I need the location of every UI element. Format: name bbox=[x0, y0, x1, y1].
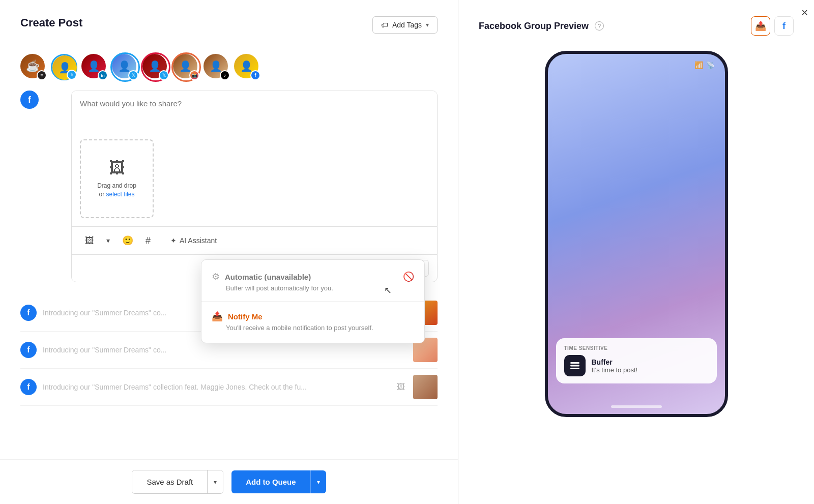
bottom-actions: Save as Draft ▾ Add to Queue ▾ bbox=[0, 459, 458, 504]
add-queue-group: Add to Queue ▾ bbox=[231, 470, 326, 493]
avatar-badge-instagram: 📸 bbox=[189, 70, 199, 80]
image-toolbar-button[interactable]: 🖼 bbox=[80, 232, 99, 249]
left-panel: Create Post 🏷 Add Tags ▾ ☕ ≡ 👤 𝕏 👤 in 👤 … bbox=[0, 0, 458, 504]
phone-home-bar bbox=[611, 405, 662, 408]
facebook-account-icon: f bbox=[20, 91, 39, 109]
preview-facebook-button[interactable]: f bbox=[774, 16, 794, 36]
facebook-preview-icon: f bbox=[782, 21, 786, 32]
save-draft-dropdown-button[interactable]: ▾ bbox=[207, 470, 223, 493]
buffer-app-icon bbox=[564, 355, 586, 376]
notify-me-desc: You'll receive a mobile notification to … bbox=[212, 324, 414, 332]
avatar-badge-twitter3: 𝕏 bbox=[159, 70, 169, 80]
select-files-link[interactable]: select files bbox=[106, 191, 134, 198]
image-upload-icon: 🖼 bbox=[109, 159, 125, 177]
dropdown-item-notify-me[interactable]: 📤 Notify Me You'll receive a mobile noti… bbox=[201, 304, 424, 339]
emoji-toolbar-button[interactable]: 🙂 bbox=[117, 232, 138, 249]
avatar-item[interactable]: 👤 𝕏 bbox=[51, 54, 77, 80]
preview-icons: 📤 f bbox=[751, 16, 794, 36]
add-tags-label: Add Tags bbox=[392, 21, 422, 29]
save-draft-group: Save as Draft ▾ bbox=[132, 470, 223, 494]
notify-dropdown-menu: ⚙ Automatic (unavailable) 🚫 Buffer will … bbox=[201, 259, 425, 343]
avatar-badge-linkedin: in bbox=[98, 70, 108, 80]
hashtag-toolbar-button[interactable]: # bbox=[140, 232, 156, 249]
unavailable-icon: 🚫 bbox=[403, 271, 414, 282]
notification-body: Buffer It's time to post! bbox=[564, 355, 709, 376]
avatar-badge-facebook: f bbox=[250, 70, 260, 80]
preview-notify-button[interactable]: 📤 bbox=[751, 16, 770, 36]
image-icon: 🖼 bbox=[85, 235, 94, 246]
post-fb-icon: f bbox=[20, 379, 37, 395]
avatar-item[interactable]: 👤 𝕏 bbox=[142, 54, 169, 80]
avatar-badge-twitter: 𝕏 bbox=[67, 70, 77, 80]
post-text-input[interactable] bbox=[72, 91, 437, 133]
automatic-icon: ⚙ bbox=[212, 271, 220, 282]
notify-preview-icon: 📤 bbox=[755, 20, 766, 32]
composer-wrapper: f 🖼 Drag and drop or select files 🖼 ▾ bbox=[20, 91, 438, 282]
add-to-queue-button[interactable]: Add to Queue bbox=[231, 470, 310, 493]
right-panel: Facebook Group Preview ? 📤 f 📶 📡 TIME SE… bbox=[458, 0, 814, 504]
help-icon[interactable]: ? bbox=[595, 21, 604, 31]
phone-status-bar: 📶 📡 bbox=[694, 61, 715, 69]
drop-zone-text: Drag and drop or select files bbox=[97, 182, 136, 199]
automatic-desc: Buffer will post automatically for you. bbox=[212, 284, 414, 292]
chevron-down-icon: ▾ bbox=[106, 236, 110, 245]
add-queue-dropdown-button[interactable]: ▾ bbox=[310, 470, 326, 493]
notify-me-title: Notify Me bbox=[228, 312, 263, 321]
post-fb-icon: f bbox=[20, 342, 37, 358]
preview-title: Facebook Group Preview bbox=[479, 21, 589, 32]
emoji-icon: 🙂 bbox=[122, 235, 133, 246]
list-item[interactable]: f Introducing our "Summer Dreams" collec… bbox=[20, 369, 438, 406]
save-draft-button[interactable]: Save as Draft bbox=[132, 470, 207, 493]
time-sensitive-label: TIME SENSITIVE bbox=[564, 345, 709, 351]
ai-wand-icon: ✦ bbox=[170, 236, 177, 245]
signal-icon: 📶 bbox=[694, 61, 703, 69]
phone-mockup: 📶 📡 TIME SENSITIVE Buffer It's time to p… bbox=[545, 51, 728, 417]
avatar-badge-twitter2: 𝕏 bbox=[128, 70, 138, 80]
post-fb-icon: f bbox=[20, 305, 37, 321]
avatar-item[interactable]: 👤 📸 bbox=[173, 54, 199, 80]
post-item-text: Introducing our "Summer Dreams" collecti… bbox=[43, 383, 391, 391]
image-dropdown-button[interactable]: ▾ bbox=[101, 233, 115, 248]
svg-rect-0 bbox=[570, 362, 579, 364]
avatar-item[interactable]: 👤 in bbox=[81, 54, 108, 80]
close-button[interactable]: × bbox=[801, 6, 808, 19]
avatar-item[interactable]: 👤 f bbox=[234, 54, 260, 80]
ai-assistant-label: AI Assistant bbox=[180, 236, 217, 245]
avatar-item[interactable]: 👤 𝕏 bbox=[112, 54, 138, 80]
chevron-down-icon: ▾ bbox=[426, 21, 429, 28]
post-item-text: Introducing our "Summer Dreams" co... bbox=[43, 346, 407, 354]
toolbar-divider bbox=[160, 234, 160, 247]
chevron-down-icon: ▾ bbox=[317, 479, 320, 486]
file-drop-zone[interactable]: 🖼 Drag and drop or select files bbox=[80, 139, 154, 218]
dropdown-item-automatic[interactable]: ⚙ Automatic (unavailable) 🚫 Buffer will … bbox=[201, 264, 424, 299]
notify-me-icon: 📤 bbox=[212, 311, 223, 322]
notification-card: TIME SENSITIVE Buffer It's time to post! bbox=[556, 338, 717, 383]
notification-content: Buffer It's time to post! bbox=[592, 358, 638, 374]
avatar-badge-tiktok: ♪ bbox=[220, 70, 230, 80]
svg-rect-2 bbox=[570, 368, 579, 369]
dropdown-divider bbox=[201, 301, 424, 302]
composer-area: 🖼 Drag and drop or select files 🖼 ▾ 🙂 bbox=[71, 91, 438, 282]
ai-assistant-button[interactable]: ✦ AI Assistant bbox=[164, 233, 223, 248]
avatar-badge: ≡ bbox=[37, 70, 47, 80]
avatar-item[interactable]: ☕ ≡ bbox=[20, 54, 47, 80]
wifi-icon: 📡 bbox=[706, 61, 715, 69]
post-thumbnail bbox=[413, 375, 438, 399]
svg-rect-1 bbox=[570, 365, 579, 367]
preview-header: Facebook Group Preview ? 📤 f bbox=[479, 16, 794, 36]
app-name: Buffer bbox=[592, 358, 638, 366]
notification-message: It's time to post! bbox=[592, 366, 638, 374]
hashtag-icon: # bbox=[146, 235, 151, 246]
tag-icon: 🏷 bbox=[381, 21, 388, 29]
automatic-title: Automatic (unavailable) bbox=[225, 273, 311, 281]
chevron-down-icon: ▾ bbox=[214, 479, 217, 486]
avatar-item[interactable]: 👤 ♪ bbox=[204, 54, 230, 80]
avatar-row: ☕ ≡ 👤 𝕏 👤 in 👤 𝕏 👤 𝕏 👤 📸 👤 bbox=[20, 54, 438, 80]
composer-toolbar: 🖼 ▾ 🙂 # ✦ AI Assistant bbox=[72, 226, 437, 254]
add-tags-button[interactable]: 🏷 Add Tags ▾ bbox=[372, 16, 438, 34]
media-icon: 🖼 bbox=[397, 382, 405, 392]
page-title: Create Post bbox=[20, 16, 82, 29]
